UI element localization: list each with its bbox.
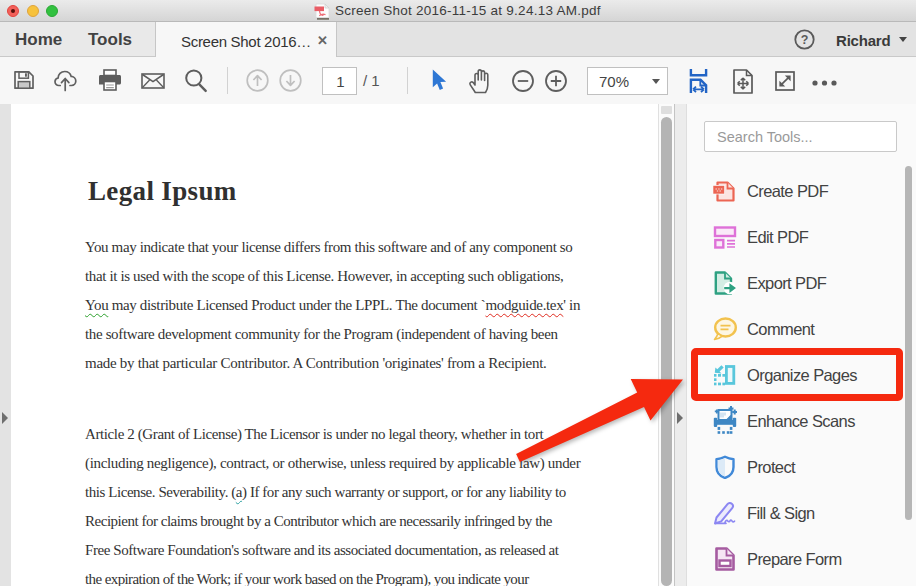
svg-text:?: ? — [801, 33, 809, 47]
